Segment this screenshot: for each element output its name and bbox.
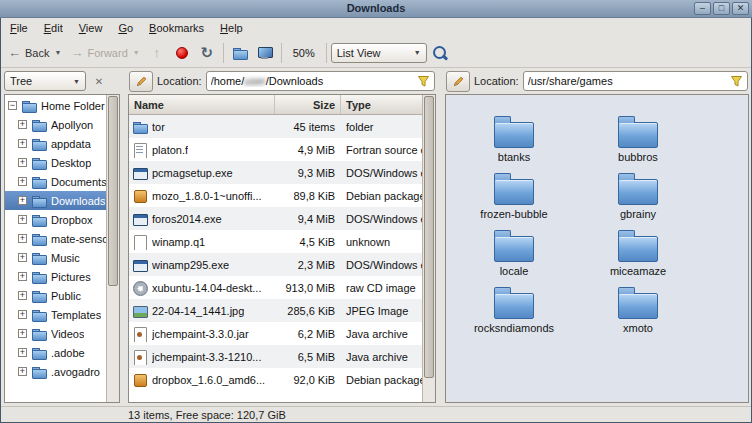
folder-item-rocksndiamonds[interactable]: rocksndiamonds: [452, 286, 576, 334]
sidebar-item-public[interactable]: +Public: [5, 286, 106, 305]
tree-expander-icon[interactable]: +: [18, 348, 27, 357]
column-header-type[interactable]: Type: [341, 95, 422, 114]
back-label: Back: [25, 47, 49, 59]
path-suffix: /Downloads: [266, 75, 323, 87]
filter-funnel-icon[interactable]: [417, 75, 430, 88]
menu-edit[interactable]: Edit: [36, 19, 71, 37]
table-row[interactable]: pcmagsetup.exe9,3 MiBDOS/Windows executa…: [129, 161, 422, 184]
reload-button[interactable]: ↻: [195, 42, 219, 64]
folder-item-btanks[interactable]: btanks: [452, 115, 576, 163]
menu-file[interactable]: File: [2, 19, 36, 37]
scrollbar-thumb[interactable]: [424, 96, 434, 378]
cd-image-icon: [132, 280, 148, 296]
zoom-level: 50%: [286, 47, 322, 59]
tree-expander-icon[interactable]: +: [18, 177, 27, 186]
tree-expander-icon[interactable]: +: [18, 367, 27, 376]
folder-item-bubbros[interactable]: bubbros: [576, 115, 700, 163]
tree-expander-icon[interactable]: +: [18, 253, 27, 262]
table-row[interactable]: jchempaint-3.3-1210...6,5 MiBJava archiv…: [129, 345, 422, 368]
file-type: Debian package: [341, 374, 422, 386]
folder-item-xmoto[interactable]: xmoto: [576, 286, 700, 334]
folder-item-gbrainy[interactable]: gbrainy: [576, 172, 700, 220]
tree-expander-icon[interactable]: +: [18, 329, 27, 338]
menu-bookmarks[interactable]: Bookmarks: [141, 19, 212, 37]
menu-bar: FileEditViewGoBookmarksHelp: [0, 18, 752, 38]
table-row[interactable]: platon.f4,9 MiBFortran source code: [129, 138, 422, 161]
close-button[interactable]: ✕: [732, 2, 749, 15]
tree-expander-icon[interactable]: +: [18, 291, 27, 300]
view-mode-select[interactable]: List View ▼: [331, 43, 427, 63]
sidebar-item-appdata[interactable]: +appdata: [5, 134, 106, 153]
tree-expander-icon[interactable]: +: [18, 272, 27, 281]
edit-location-button[interactable]: [129, 71, 153, 92]
sidebar-item-pictures[interactable]: +Pictures: [5, 267, 106, 286]
forward-button[interactable]: → Forward: [66, 43, 131, 62]
table-row[interactable]: winamp295.exe2,3 MiBDOS/Windows executab…: [129, 253, 422, 276]
sidebar-item-music[interactable]: +Music: [5, 248, 106, 267]
tree-expander-icon[interactable]: −: [8, 101, 17, 110]
desktop-button[interactable]: [253, 42, 277, 64]
maximize-button[interactable]: □: [713, 2, 730, 15]
file-name-cell: jchempaint-3.3.0.jar: [129, 326, 275, 342]
table-row[interactable]: jchempaint-3.3.0.jar6,2 MiBJava archive: [129, 322, 422, 345]
table-row[interactable]: dropbox_1.6.0_amd6...92,0 KiBDebian pack…: [129, 368, 422, 391]
main-content: Tree ▼ ✕ −Home Folder+Apollyon+appdata+D…: [0, 68, 752, 406]
forward-history-chevron-icon[interactable]: ▼: [133, 49, 144, 56]
location-input-right[interactable]: /usr/share/games: [523, 71, 748, 91]
menu-go[interactable]: Go: [110, 19, 141, 37]
folder-icon: [494, 122, 534, 148]
back-history-chevron-icon[interactable]: ▼: [54, 49, 65, 56]
filter-funnel-icon[interactable]: [730, 75, 743, 88]
home-button[interactable]: [228, 42, 252, 64]
tree-expander-icon[interactable]: +: [18, 310, 27, 319]
tree-expander-icon[interactable]: +: [18, 158, 27, 167]
stop-button[interactable]: [170, 42, 194, 64]
sidebar-item-videos[interactable]: +Videos: [5, 324, 106, 343]
sidebar-scrollbar[interactable]: [106, 95, 119, 402]
location-input-left[interactable]: /home/user/Downloads: [206, 71, 435, 91]
table-row[interactable]: foros2014.exe9,4 MiBDOS/Windows executab…: [129, 207, 422, 230]
folder-icon: [31, 288, 47, 304]
back-arrow-icon: ←: [8, 46, 21, 59]
table-row[interactable]: tor45 itemsfolder: [129, 115, 422, 138]
sidebar-item-templates[interactable]: +Templates: [5, 305, 106, 324]
title-bar[interactable]: Downloads – □ ✕: [0, 0, 752, 18]
menu-view[interactable]: View: [71, 19, 111, 37]
sidebar-item-apollyon[interactable]: +Apollyon: [5, 115, 106, 134]
table-row[interactable]: mozo_1.8.0-1~unoffi...89,8 KiBDebian pac…: [129, 184, 422, 207]
sidebar-item-avogadro[interactable]: +.avogadro: [5, 362, 106, 381]
back-button[interactable]: ← Back: [4, 43, 53, 62]
scrollbar-thumb[interactable]: [108, 96, 118, 286]
folder-item-miceamaze[interactable]: miceamaze: [576, 229, 700, 277]
search-button[interactable]: [428, 42, 452, 64]
sidebar-item-desktop[interactable]: +Desktop: [5, 153, 106, 172]
desktop-monitor-icon: [257, 46, 273, 60]
folder-item-locale[interactable]: locale: [452, 229, 576, 277]
tree-expander-icon[interactable]: +: [18, 215, 27, 224]
table-row[interactable]: 22-04-14_1441.jpg285,6 KiBJPEG Image: [129, 299, 422, 322]
tree-expander-icon[interactable]: +: [18, 139, 27, 148]
tree-expander-icon[interactable]: +: [18, 120, 27, 129]
sidebar-mode-select[interactable]: Tree ▼: [4, 71, 86, 91]
sidebar-item-documents[interactable]: +Documents: [5, 172, 106, 191]
file-list-scrollbar[interactable]: [422, 95, 435, 402]
folder-item-frozen-bubble[interactable]: frozen-bubble: [452, 172, 576, 220]
sidebar-item-downloads[interactable]: +Downloads: [5, 191, 106, 210]
sidebar-item-label: Desktop: [51, 157, 91, 169]
sidebar-close-button[interactable]: ✕: [90, 72, 108, 90]
column-header-size[interactable]: Size: [275, 95, 341, 114]
sidebar-item-home-folder[interactable]: −Home Folder: [5, 96, 106, 115]
menu-help[interactable]: Help: [212, 19, 251, 37]
up-button[interactable]: ↑: [145, 42, 169, 64]
tree-expander-icon[interactable]: +: [18, 234, 27, 243]
sidebar-item-mate-sensors[interactable]: +mate-sensors-: [5, 229, 106, 248]
edit-location-button-right[interactable]: [446, 71, 470, 92]
tree-expander-icon[interactable]: +: [18, 196, 27, 205]
column-header-name[interactable]: Name: [129, 95, 275, 114]
file-name: pcmagsetup.exe: [152, 167, 233, 179]
sidebar-item-adobe[interactable]: +.adobe: [5, 343, 106, 362]
minimize-button[interactable]: –: [694, 2, 711, 15]
table-row[interactable]: xubuntu-14.04-deskt...913,0 MiBraw CD im…: [129, 276, 422, 299]
table-row[interactable]: winamp.q14,5 KiBunknown: [129, 230, 422, 253]
sidebar-item-dropbox[interactable]: +Dropbox: [5, 210, 106, 229]
